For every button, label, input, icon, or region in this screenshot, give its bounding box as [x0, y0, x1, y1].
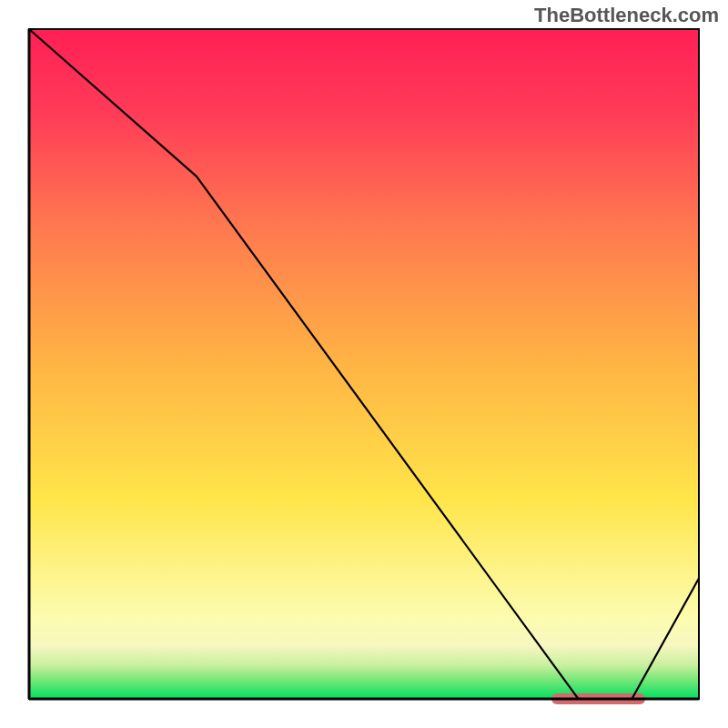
chart-container: TheBottleneck.com — [0, 0, 728, 728]
bottleneck-chart — [0, 0, 728, 728]
gradient-background — [29, 29, 699, 699]
attribution-text: TheBottleneck.com — [534, 4, 719, 27]
